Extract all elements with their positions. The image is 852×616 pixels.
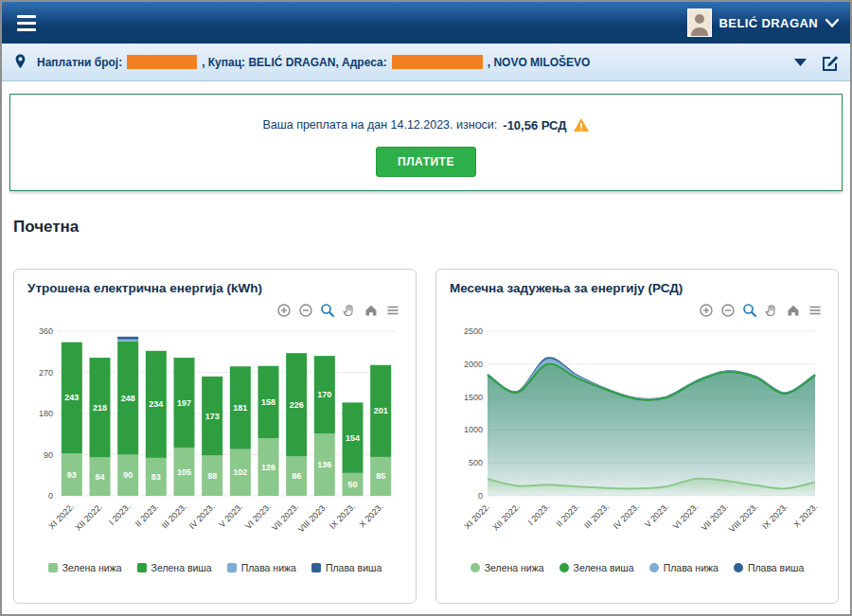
legend-item[interactable]: Зелена виша	[137, 562, 212, 573]
zoom-in-icon[interactable]	[699, 303, 714, 318]
location-bar-actions	[793, 53, 839, 71]
balance-message: Ваша преплата на дан 14.12.2023. износи:	[262, 118, 497, 132]
legend-marker	[734, 563, 743, 572]
balance-line: Ваша преплата на дан 14.12.2023. износи:…	[10, 117, 842, 132]
svg-text:III 2023.: III 2023.	[160, 502, 188, 530]
svg-text:181: 181	[233, 403, 247, 413]
legend-marker	[649, 563, 659, 572]
search-icon[interactable]	[742, 303, 757, 318]
svg-text:90: 90	[123, 470, 133, 480]
svg-text:VIII 2023.: VIII 2023.	[296, 502, 328, 534]
svg-text:170: 170	[317, 390, 331, 399]
page-title: Почетна	[13, 218, 850, 237]
pan-icon[interactable]	[764, 303, 779, 318]
balance-panel: Ваша преплата на дан 14.12.2023. износи:…	[9, 94, 843, 191]
legend-item[interactable]: Зелена нижа	[470, 562, 544, 573]
warning-icon	[573, 117, 590, 132]
legend-marker	[48, 563, 58, 572]
svg-text:VII 2023.: VII 2023.	[700, 502, 731, 533]
location-bar: Наплатни број: , Купац: BELIĆ DRAGAN, Ад…	[2, 44, 850, 81]
svg-text:234: 234	[149, 399, 163, 409]
search-icon[interactable]	[320, 303, 335, 318]
svg-text:158: 158	[261, 397, 275, 407]
city-label: , NOVO MILOŠEVO	[488, 56, 591, 69]
pay-button[interactable]: ПЛАТИТЕ	[376, 147, 476, 177]
svg-text:226: 226	[290, 400, 304, 410]
redacted-account-number	[127, 55, 197, 69]
user-menu[interactable]: BELIĆ DRAGAN	[687, 9, 839, 37]
svg-text:84: 84	[95, 472, 104, 482]
edit-icon[interactable]	[821, 53, 839, 71]
accounts-dropdown-icon[interactable]	[793, 58, 808, 67]
legend-label: Зелена нижа	[62, 562, 122, 573]
svg-text:1500: 1500	[464, 393, 483, 402]
legend-marker	[559, 563, 569, 572]
legend-label: Зелена виша	[151, 562, 212, 573]
charts-row: Утрошена електрична енергија (kWh) 09018…	[2, 269, 850, 604]
chart-toolbar	[26, 303, 400, 318]
charges-chart-title: Месечна задужења за енергију (РСД)	[450, 281, 826, 295]
svg-text:IX 2023.: IX 2023.	[760, 502, 790, 531]
pan-icon[interactable]	[342, 303, 357, 318]
svg-text:173: 173	[205, 412, 220, 421]
svg-text:IV 2023.: IV 2023.	[187, 502, 217, 531]
legend-item[interactable]: Плава виша	[734, 562, 804, 573]
legend-label: Плава нижа	[241, 562, 296, 573]
legend-item[interactable]: Зелена виша	[559, 562, 634, 573]
chevron-down-icon	[825, 19, 839, 27]
top-navbar: BELIĆ DRAGAN	[2, 2, 850, 44]
legend-label: Зелена виша	[574, 562, 634, 573]
svg-text:88: 88	[207, 471, 217, 481]
svg-text:II 2023.: II 2023.	[133, 502, 160, 528]
zoom-out-icon[interactable]	[298, 303, 313, 318]
modebar-menu-icon[interactable]	[808, 303, 823, 318]
svg-text:2000: 2000	[464, 360, 483, 369]
legend-label: Плава нижа	[664, 562, 719, 573]
consumption-chart-legend: Зелена нижаЗелена вишаПлава нижаПлава ви…	[26, 562, 404, 573]
consumption-chart-title: Утрошена електрична енергија (kWh)	[27, 281, 404, 295]
avatar	[687, 9, 712, 37]
home-icon[interactable]	[786, 303, 801, 318]
zoom-in-icon[interactable]	[276, 303, 292, 318]
legend-item[interactable]: Плава нижа	[649, 562, 719, 573]
legend-item[interactable]: Плава виша	[311, 562, 382, 573]
svg-text:X 2023.: X 2023.	[358, 502, 385, 529]
svg-text:X 2023.: X 2023.	[791, 502, 819, 529]
svg-text:0: 0	[478, 491, 483, 501]
home-icon[interactable]	[364, 303, 379, 318]
svg-text:248: 248	[121, 394, 135, 403]
legend-item[interactable]: Зелена нижа	[48, 562, 122, 573]
legend-marker	[227, 563, 237, 572]
menu-icon[interactable]	[13, 11, 40, 35]
legend-marker	[137, 563, 147, 572]
svg-text:IV 2023.: IV 2023.	[612, 502, 641, 531]
svg-text:102: 102	[233, 467, 247, 477]
chart-toolbar	[448, 303, 823, 318]
svg-text:III 2023.: III 2023.	[582, 502, 611, 530]
svg-text:360: 360	[39, 326, 53, 336]
legend-marker	[470, 563, 480, 572]
svg-text:XII 2022.: XII 2022.	[73, 502, 104, 533]
svg-text:V 2023.: V 2023.	[643, 502, 670, 529]
svg-text:II 2023.: II 2023.	[554, 502, 580, 528]
legend-item[interactable]: Плава нижа	[227, 562, 296, 573]
consumption-chart[interactable]: 09018027036093243XI 2022.84218XII 2022.9…	[26, 320, 404, 556]
svg-text:86: 86	[292, 471, 301, 481]
svg-text:83: 83	[151, 472, 161, 482]
charges-chart[interactable]: 05001000150020002500XI 2022.XII 2022.I 2…	[448, 320, 826, 556]
svg-text:197: 197	[177, 398, 191, 408]
svg-text:126: 126	[261, 463, 275, 472]
person-icon	[689, 11, 710, 36]
svg-text:50: 50	[347, 480, 357, 489]
legend-marker	[311, 563, 321, 572]
svg-text:243: 243	[64, 393, 79, 402]
legend-label: Плава виша	[748, 562, 804, 573]
svg-text:154: 154	[346, 433, 360, 443]
modebar-menu-icon[interactable]	[385, 303, 400, 318]
svg-text:270: 270	[39, 368, 53, 378]
redacted-address	[392, 55, 483, 69]
svg-text:93: 93	[67, 470, 77, 480]
svg-text:XI 2022.: XI 2022.	[46, 502, 76, 531]
svg-text:VIII 2023.: VIII 2023.	[727, 502, 759, 534]
zoom-out-icon[interactable]	[720, 303, 736, 318]
